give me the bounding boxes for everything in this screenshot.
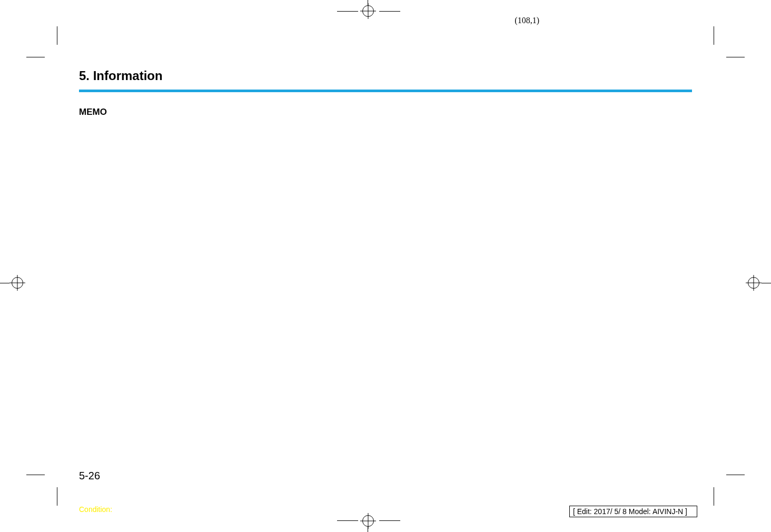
crop-mark: [57, 26, 57, 45]
page-number: 5-26: [79, 470, 100, 482]
crop-mark: [0, 283, 9, 283]
crop-mark: [26, 57, 45, 57]
registration-mark-icon: [748, 277, 759, 289]
crop-mark: [57, 487, 57, 506]
section-divider: [79, 90, 692, 92]
page-coordinate: (108,1): [515, 16, 539, 25]
registration-mark-icon: [362, 515, 374, 527]
condition-label: Condition:: [79, 505, 112, 514]
section-title: 5. Information: [79, 68, 692, 83]
crop-mark: [26, 475, 45, 475]
edit-info-box: [ Edit: 2017/ 5/ 8 Model: AIVINJ-N ]: [569, 506, 697, 517]
crop-mark: [762, 283, 771, 283]
crop-mark: [726, 57, 745, 57]
memo-label: MEMO: [79, 107, 692, 117]
crop-mark: [337, 520, 358, 521]
crop-mark: [714, 26, 714, 45]
registration-mark-icon: [362, 5, 374, 17]
crop-mark: [379, 520, 400, 521]
crop-mark: [714, 487, 714, 506]
crop-mark: [379, 11, 400, 12]
crop-mark: [726, 475, 745, 475]
content-area: 5. Information MEMO: [79, 68, 692, 117]
registration-mark-icon: [12, 277, 23, 289]
crop-mark: [337, 11, 358, 12]
